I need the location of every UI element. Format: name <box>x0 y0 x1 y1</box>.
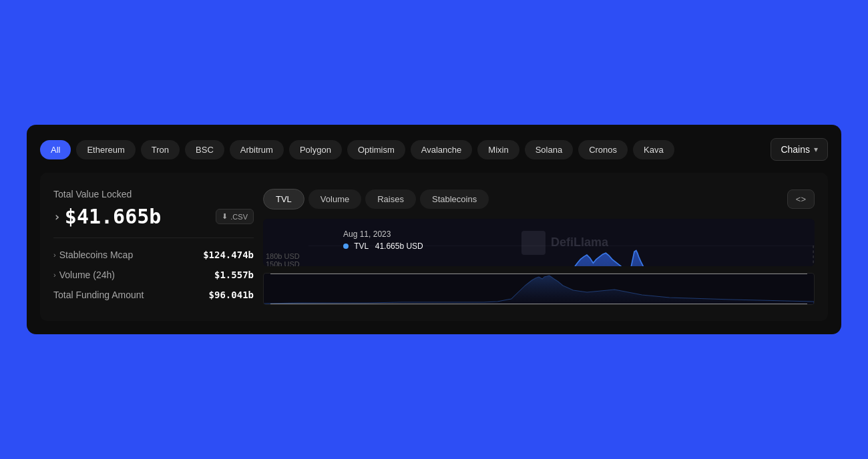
chain-filter-bar: All Ethereum Tron BSC Arbitrum Polygon O… <box>40 138 828 161</box>
tooltip-date: Aug 11, 2023 <box>343 230 423 239</box>
tooltip-value: TVL 41.665b USD <box>343 242 423 251</box>
tab-stablecoins[interactable]: Stablecoins <box>420 189 489 209</box>
chart-tabs: TVL Volume Raises Stablecoins <> <box>263 189 815 209</box>
tooltip-amount: 41.665b USD <box>375 242 423 251</box>
main-content: Total Value Locked › $41.665b ⬇ .CSV › S… <box>40 173 828 321</box>
range-slider[interactable] <box>263 273 815 305</box>
chain-btn-tron[interactable]: Tron <box>141 140 180 159</box>
chains-dropdown-label: Chains <box>781 144 810 155</box>
range-selected-area <box>270 274 807 304</box>
expand-arrow-icon[interactable]: › <box>53 209 61 223</box>
stablecoins-label: › Stablecoins Mcap <box>53 250 133 260</box>
chart-area: Aug 11, 2023 TVL 41.665b USD 180b USD 15… <box>263 219 815 266</box>
funding-value: $96.041b <box>209 290 254 300</box>
tooltip-dot <box>343 244 349 249</box>
chain-btn-cronos[interactable]: Cronos <box>578 140 628 159</box>
tooltip-metric: TVL <box>354 242 369 251</box>
funding-row: Total Funding Amount $96.041b <box>53 285 254 305</box>
tvl-value: $41.665b <box>65 205 162 228</box>
chevron-down-icon: ▾ <box>814 145 818 154</box>
download-icon: ⬇ <box>222 212 228 221</box>
chain-btn-solana[interactable]: Solana <box>525 140 573 159</box>
chains-dropdown[interactable]: Chains ▾ <box>771 138 828 161</box>
stablecoins-expand-icon[interactable]: › <box>53 251 56 259</box>
chain-btn-bsc[interactable]: BSC <box>185 140 224 159</box>
volume-expand-icon[interactable]: › <box>53 271 56 279</box>
chain-btn-polygon[interactable]: Polygon <box>289 140 342 159</box>
chart-tooltip: Aug 11, 2023 TVL 41.665b USD <box>343 230 423 251</box>
chain-btn-ethereum[interactable]: Ethereum <box>76 140 135 159</box>
app-container: All Ethereum Tron BSC Arbitrum Polygon O… <box>27 125 841 334</box>
stablecoins-row: › Stablecoins Mcap $124.474b <box>53 245 254 265</box>
tab-raises[interactable]: Raises <box>365 189 416 209</box>
tab-volume[interactable]: Volume <box>308 189 361 209</box>
y-label-1: 150b USD <box>266 260 308 266</box>
chain-btn-mixin[interactable]: Mixin <box>477 140 519 159</box>
stablecoins-value: $124.474b <box>203 250 254 260</box>
chain-btn-kava[interactable]: Kava <box>633 140 674 159</box>
chain-btn-all[interactable]: All <box>40 140 71 159</box>
volume-value: $1.557b <box>214 270 254 280</box>
tab-tvl[interactable]: TVL <box>263 189 304 209</box>
divider <box>53 238 254 238</box>
volume-row: › Volume (24h) $1.557b <box>53 265 254 285</box>
left-panel: Total Value Locked › $41.665b ⬇ .CSV › S… <box>53 189 254 305</box>
right-panel: TVL Volume Raises Stablecoins <> Aug 11,… <box>263 189 815 305</box>
volume-label: › Volume (24h) <box>53 270 115 280</box>
tvl-value-row: › $41.665b ⬇ .CSV <box>53 205 254 228</box>
chain-btn-avalanche[interactable]: Avalanche <box>411 140 472 159</box>
chain-btn-arbitrum[interactable]: Arbitrum <box>230 140 284 159</box>
tvl-label: Total Value Locked <box>53 189 254 199</box>
chart-code-button[interactable]: <> <box>787 189 815 209</box>
funding-label: Total Funding Amount <box>53 290 144 300</box>
csv-download-button[interactable]: ⬇ .CSV <box>216 209 254 224</box>
y-label-0: 180b USD <box>266 252 308 260</box>
chain-btn-optimism[interactable]: Optimism <box>347 140 405 159</box>
